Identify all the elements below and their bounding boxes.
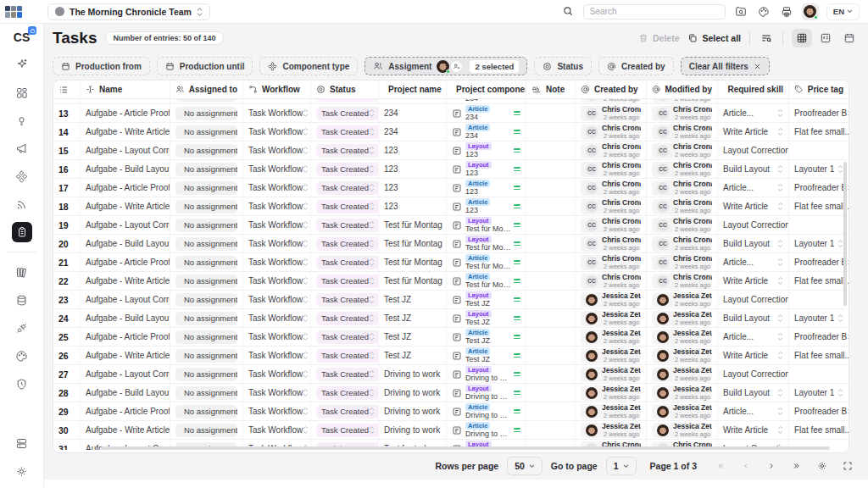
price-tag-cell[interactable]: Flat fee small... (789, 123, 849, 141)
status-badge[interactable]: Task Created (316, 405, 379, 419)
project-component-cell[interactable]: Layout 123 (447, 141, 526, 159)
project-name-cell[interactable]: Driving to work (379, 421, 447, 439)
fullscreen-icon[interactable] (841, 459, 854, 473)
column-header-created-by[interactable]: Created by (576, 80, 647, 98)
filter-created-by[interactable]: Created by (598, 57, 674, 75)
status-cell[interactable]: Task Created (311, 197, 379, 215)
rss-feed-icon[interactable] (12, 194, 32, 214)
project-component-cell[interactable]: Article Test JZ (447, 328, 526, 346)
note-cell[interactable] (526, 197, 576, 215)
task-name-cell[interactable]: Aufgabe - Build Layout (81, 99, 170, 103)
tasks-clipboard-icon[interactable] (12, 222, 32, 242)
status-cell[interactable]: Task Created (311, 179, 379, 197)
status-badge[interactable]: Task Created (316, 293, 379, 307)
status-cell[interactable]: Task Created (311, 402, 379, 420)
project-name-cell[interactable]: 123 (379, 160, 447, 178)
database-icon[interactable] (12, 290, 32, 310)
assigned-to-cell[interactable]: No assignments (170, 384, 243, 402)
table-row[interactable]: 23 Aufgabe - Layout Correc... No assignm… (53, 291, 849, 309)
note-cell[interactable] (526, 253, 576, 271)
table-row[interactable]: 17 Aufgabe - Article Proofr... No assign… (53, 179, 849, 197)
project-name-cell[interactable]: Test JZ (379, 291, 447, 308)
project-name-cell[interactable]: Test JZ (379, 309, 447, 327)
table-row[interactable]: 22 Aufgabe - Write Article No assignment… (53, 272, 849, 291)
project-name-cell[interactable]: Driving to work (379, 402, 447, 420)
project-component-cell[interactable]: Article 123 (447, 179, 526, 197)
project-name-cell[interactable]: Test JZ (379, 347, 447, 364)
assigned-to-cell[interactable]: No assignments (170, 328, 243, 346)
status-badge[interactable]: Task Created (316, 312, 379, 325)
assigned-to-cell[interactable]: No assignments (170, 291, 243, 308)
workflow-cell[interactable]: Task Workflow (243, 328, 311, 346)
status-badge[interactable]: Task Created (316, 181, 379, 195)
dashboard-grid-icon[interactable] (12, 82, 32, 103)
table-row[interactable]: 15 Aufgabe - Layout Correc... No assignm… (53, 141, 849, 160)
task-name-cell[interactable]: Aufgabe - Layout Correc... (81, 141, 170, 159)
project-name-cell[interactable]: 234 (379, 104, 447, 122)
project-name-cell[interactable]: Test für Montag (379, 253, 447, 271)
filter-production-until[interactable]: Production until (157, 57, 253, 75)
task-name-cell[interactable]: Aufgabe - Layout Correc... (81, 291, 170, 308)
required-skill-cell[interactable]: Write Article (718, 123, 789, 141)
status-cell[interactable]: Task Created (311, 365, 379, 383)
filter-assignment[interactable]: Assigment 2 selected (364, 57, 527, 75)
status-badge[interactable]: Task Created (316, 163, 379, 176)
project-component-cell[interactable]: Layout Driving to work (447, 384, 526, 402)
price-tag-cell[interactable]: Proofreader B (789, 253, 849, 271)
project-name-cell[interactable]: Test JZ (379, 328, 447, 346)
status-cell[interactable]: Task Created (311, 291, 379, 308)
price-tag-cell[interactable]: Proofreader B (789, 104, 849, 122)
integrations-plug-icon[interactable] (12, 318, 32, 338)
note-cell[interactable] (526, 141, 576, 159)
go-to-page-select[interactable]: 1 (606, 457, 637, 475)
task-name-cell[interactable]: Aufgabe - Build Layout (81, 309, 170, 327)
project-name-cell[interactable]: Test für Montag (379, 216, 447, 234)
status-badge[interactable]: Task Created (316, 219, 379, 232)
workflow-cell[interactable]: Task Workflow (243, 197, 311, 215)
status-cell[interactable]: Task Created (311, 160, 379, 178)
rows-per-page-select[interactable]: 50 (507, 457, 542, 475)
project-component-cell[interactable]: Article Test für Montag (447, 253, 526, 271)
theme-palette-icon[interactable] (756, 4, 771, 19)
price-tag-cell[interactable]: Layouter 1 (789, 384, 849, 402)
lightbulb-icon[interactable] (12, 110, 32, 130)
components-icon[interactable] (12, 166, 32, 186)
required-skill-cell[interactable]: Build Layout (718, 235, 789, 252)
admin-settings-icon[interactable] (12, 461, 32, 481)
task-name-cell[interactable]: Aufgabe - Write Article (81, 347, 170, 364)
status-badge[interactable]: Task Created (316, 107, 379, 120)
assigned-to-cell[interactable]: No assignments (170, 235, 243, 252)
price-tag-cell[interactable]: Flat fee small... (789, 272, 849, 290)
servers-icon[interactable] (12, 433, 32, 453)
clear-all-filters-button[interactable]: Clear All filters (681, 57, 770, 75)
assigned-to-cell[interactable]: No assignments (170, 99, 243, 103)
filter-component-type[interactable]: Component type (259, 57, 358, 75)
note-cell[interactable] (526, 123, 576, 141)
workflow-cell[interactable]: Task Workflow (243, 402, 311, 420)
table-row[interactable]: 18 Aufgabe - Write Article No assignment… (53, 197, 849, 216)
required-skill-cell[interactable]: Build Layout (718, 160, 789, 178)
table-row[interactable]: 20 Aufgabe - Build Layout No assignments… (53, 235, 849, 253)
assigned-to-cell[interactable]: No assignments (170, 141, 243, 159)
status-badge[interactable]: Task Created (316, 256, 379, 269)
vertical-scrollbar[interactable] (843, 162, 847, 306)
sparkles-icon[interactable] (12, 54, 32, 75)
status-badge[interactable]: Task Created (316, 125, 379, 139)
assigned-to-cell[interactable]: No assignments (170, 421, 243, 439)
price-tag-cell[interactable]: Layouter 1 (789, 235, 849, 252)
project-component-cell[interactable]: Layout Test für Montag (447, 235, 526, 252)
project-component-cell[interactable]: Layout 234 (447, 99, 526, 103)
assigned-to-cell[interactable]: No assignments (170, 272, 243, 290)
required-skill-cell[interactable]: Write Article (718, 272, 789, 290)
project-component-cell[interactable]: Article Test JZ (447, 347, 526, 364)
column-header-price-tag[interactable]: Price tag (789, 80, 849, 98)
search-icon[interactable] (561, 4, 576, 19)
status-badge[interactable]: Task Created (316, 330, 379, 344)
team-selector[interactable]: The Morning Chronicle Team (47, 3, 210, 20)
price-tag-cell[interactable]: Proofreader B (789, 328, 849, 346)
calendar-view-button[interactable] (839, 29, 860, 47)
price-tag-cell[interactable] (789, 216, 849, 234)
status-cell[interactable]: Task Created (311, 235, 379, 252)
workflow-cell[interactable]: Task Workflow (243, 347, 311, 364)
note-cell[interactable] (526, 272, 576, 290)
